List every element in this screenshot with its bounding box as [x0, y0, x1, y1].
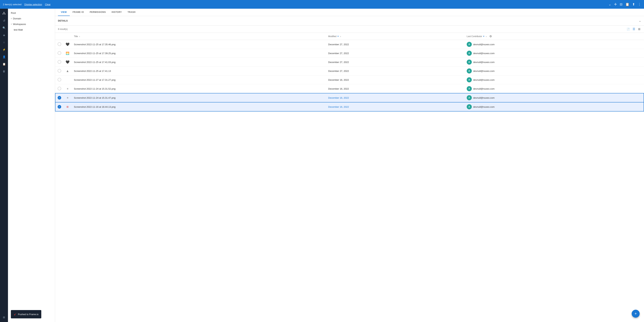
clipboard-icon[interactable]: 📋 — [625, 2, 629, 6]
row-checkbox-unchecked[interactable] — [58, 69, 61, 73]
export-csv-icon[interactable]: 📄 — [626, 27, 630, 31]
chevron-down-icon[interactable]: ⌄ — [608, 2, 611, 6]
table-row[interactable]: ≡Screenshot 2022-11-24 at 15.31.52.pngDe… — [55, 84, 644, 93]
more-vertical-icon[interactable]: ⋮ — [638, 2, 641, 6]
modified-sort-up-icon[interactable]: ▲ — [340, 35, 342, 37]
title-sort-up-icon[interactable]: ▲ — [78, 35, 80, 37]
row-checkbox-cell[interactable] — [55, 49, 64, 58]
row-title-cell[interactable]: Screenshot 2022-11-25 at 17.41.03.png — [72, 58, 326, 67]
avatar: A — [467, 77, 472, 82]
nav-item-workspaces[interactable]: < Workspaces — [8, 21, 55, 27]
file-table: Title ▲ Modified ▼ ▲ — [55, 33, 644, 111]
toast-message: Pushed to Frame.io — [18, 313, 38, 316]
workflow-icon-btn[interactable]: ⚡ — [1, 46, 7, 53]
table-row[interactable]: ✓≡Screenshot 2022-11-24 at 15.31.47.pngD… — [55, 93, 644, 102]
contributor-email: devnull@nuxeo.com — [473, 61, 494, 63]
table-row[interactable]: 🌅Screenshot 2022-11-25 at 17.39.25.pngDe… — [55, 49, 644, 58]
upload-icon[interactable]: ⬆ — [632, 2, 635, 6]
list-view-icon[interactable]: ☰ — [632, 27, 636, 31]
chevron-icon: < — [11, 17, 12, 19]
search-icon: 🔍 — [2, 26, 6, 29]
contributor-info: A devnull@nuxeo.com — [467, 68, 642, 73]
row-checkbox-cell[interactable]: ✓ — [55, 102, 64, 111]
tab-view[interactable]: VIEW — [58, 9, 70, 16]
sitemap-icon-btn[interactable] — [1, 10, 7, 17]
search-icon-btn[interactable]: 🔍 — [1, 25, 7, 31]
tab-trash[interactable]: TRASH — [124, 9, 138, 16]
user-icon-btn[interactable]: 👤 — [1, 53, 7, 60]
table-header-row: Title ▲ Modified ▼ ▲ — [55, 33, 644, 40]
columns-icon[interactable]: ⊟ — [620, 2, 622, 6]
network-icon-btn[interactable]: ⊞ — [1, 314, 7, 321]
star-icon: ☆ — [3, 41, 5, 44]
contributor-email: devnull@nuxeo.com — [473, 70, 494, 72]
row-checkbox-cell[interactable] — [55, 75, 64, 84]
workflow-icon: ⚡ — [2, 48, 6, 51]
header-title[interactable]: Title ▲ — [72, 33, 326, 40]
row-checkbox-unchecked[interactable] — [58, 51, 61, 55]
header-modified[interactable]: Modified ▼ ▲ — [326, 33, 464, 40]
file-type-icon: 🖤 — [66, 43, 70, 46]
row-title-cell[interactable]: Screenshot 2022-11-25 at 17.41.13 — [72, 67, 326, 75]
row-title-cell[interactable]: Screenshot 2022-11-16 at 18.44.13.png — [72, 102, 326, 111]
doc-icon-btn[interactable]: 📋 — [1, 61, 7, 67]
row-title-cell[interactable]: Screenshot 2022-11-25 at 17.39.25.png — [72, 49, 326, 58]
title-col-label: Title — [74, 35, 78, 38]
details-collapse-icon[interactable]: ⌄ — [639, 19, 641, 22]
tab-history[interactable]: HISTORY — [109, 9, 124, 16]
header-contributor[interactable]: Last Contributor ▼ ▲ ⚙ — [464, 33, 644, 40]
display-selection-link[interactable]: Display selection — [24, 3, 42, 6]
contributor-sort-down-icon[interactable]: ▼ — [483, 35, 485, 37]
row-file-icon-cell: ⊞ — [64, 102, 72, 111]
tab-frame-io[interactable]: FRAME IO — [70, 9, 87, 16]
row-checkbox-unchecked[interactable] — [58, 78, 61, 81]
star-icon-btn[interactable]: ☆ — [1, 39, 7, 46]
table-row[interactable]: Screenshot 2022-11-27 at 17.31.27.pngDec… — [55, 75, 644, 84]
row-checkbox-cell[interactable] — [55, 40, 64, 49]
row-checkbox-unchecked[interactable] — [58, 87, 61, 90]
contributor-email: devnull@nuxeo.com — [473, 87, 494, 90]
nav-item-root[interactable]: Root — [8, 10, 55, 16]
clear-link[interactable]: Clear — [45, 3, 50, 6]
add-fab-button[interactable]: + — [632, 310, 640, 318]
row-title-cell[interactable]: Screenshot 2022-11-24 at 15.31.52.png — [72, 84, 326, 93]
row-title-cell[interactable]: Screenshot 2022-11-25 at 17.35.46.png — [72, 40, 326, 49]
nav-item-testmatt[interactable]: test Matt — [8, 27, 55, 32]
row-checkbox-cell[interactable] — [55, 58, 64, 67]
content-area: VIEW FRAME IO PERMISSIONS HISTORY TRASH … — [55, 9, 644, 322]
contributor-info: A devnull@nuxeo.com — [467, 86, 642, 91]
history-icon-btn[interactable]: ↺ — [1, 17, 7, 24]
table-row[interactable]: ▲Screenshot 2022-11-25 at 17.41.13Decemb… — [55, 67, 644, 75]
row-checkbox-unchecked[interactable] — [58, 42, 61, 46]
file-type-icon: ⊞ — [66, 105, 69, 108]
svg-rect-1 — [3, 14, 4, 14]
table-row[interactable]: 🖤Screenshot 2022-11-25 at 17.41.03.pngDe… — [55, 58, 644, 67]
modified-sort-down-icon[interactable]: ▼ — [337, 35, 339, 37]
top-bar: 2 item(s) selected Display selection Cle… — [0, 0, 644, 9]
row-modified-cell: December 16, 2022 — [326, 102, 464, 111]
tab-permissions[interactable]: PERMISSIONS — [87, 9, 109, 16]
crosshair-icon[interactable]: ✛ — [614, 2, 617, 6]
tag-icon-btn[interactable]: ◈ — [1, 32, 7, 38]
file-type-icon: 🖤 — [66, 61, 70, 64]
nav-item-domain[interactable]: < Domain — [8, 16, 55, 21]
row-checkbox-cell[interactable] — [55, 84, 64, 93]
table-row[interactable]: ✓⊞Screenshot 2022-11-16 at 18.44.13.pngD… — [55, 102, 644, 111]
avatar: A — [467, 68, 472, 73]
row-title-cell[interactable]: Screenshot 2022-11-27 at 17.31.27.png — [72, 75, 326, 84]
column-settings-icon[interactable]: ⚙ — [489, 34, 492, 38]
row-title-cell[interactable]: Screenshot 2022-11-24 at 15.31.47.png — [72, 93, 326, 102]
row-checkbox-checked[interactable]: ✓ — [58, 96, 61, 100]
row-modified-cell: December 16, 2022 — [326, 93, 464, 102]
row-checkbox-unchecked[interactable] — [58, 60, 61, 64]
row-contributor-cell: A devnull@nuxeo.com — [464, 75, 644, 84]
row-checkbox-cell[interactable] — [55, 67, 64, 75]
add-icon: + — [634, 311, 637, 316]
table-row[interactable]: 🖤Screenshot 2022-11-25 at 17.35.46.pngDe… — [55, 40, 644, 49]
contributor-sort-up-icon[interactable]: ▲ — [485, 35, 487, 37]
trash-icon-btn[interactable]: 🗑 — [1, 68, 7, 75]
grid-view-icon[interactable]: ⊞ — [637, 27, 641, 31]
row-checkbox-cell[interactable]: ✓ — [55, 93, 64, 102]
avatar: A — [467, 86, 472, 91]
row-checkbox-checked[interactable]: ✓ — [58, 105, 61, 109]
